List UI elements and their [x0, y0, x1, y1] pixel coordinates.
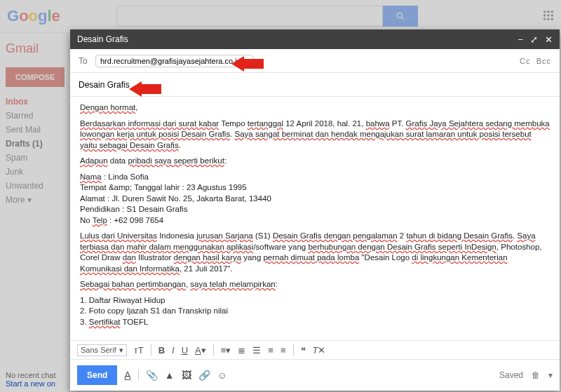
font-size-icon[interactable]: тT — [134, 345, 144, 356]
formatting-icon[interactable]: A — [124, 370, 130, 381]
annotation-arrow — [231, 56, 264, 72]
quote-icon[interactable]: ❝ — [301, 345, 306, 356]
underline-icon[interactable]: U — [182, 345, 188, 356]
bulleted-list-icon[interactable]: ☰ — [252, 345, 261, 356]
font-select[interactable]: Sans Serif ▾ — [77, 344, 127, 356]
bold-icon[interactable]: B — [158, 345, 165, 356]
annotation-arrow — [129, 81, 161, 97]
indent-more-icon[interactable]: ≡ — [280, 345, 286, 356]
compose-actions: Send A 📎 ▲ 🖼 🔗 ☺ Saved 🗑 ▾ — [70, 360, 560, 391]
align-icon[interactable]: ≡▾ — [221, 345, 231, 356]
format-toolbar: Sans Serif ▾ тT B I U A▾ ≡▾ ≣ ☰ ≡ ≡ ❝ T✕ — [70, 340, 560, 360]
send-button[interactable]: Send — [77, 365, 117, 385]
recipient-email: hrd.recruitmen@grafisjayasejahtera.co.id — [100, 57, 241, 65]
chevron-down-icon: ▾ — [119, 346, 123, 355]
discard-icon[interactable]: 🗑 — [532, 370, 540, 380]
numbered-list-icon[interactable]: ≣ — [238, 345, 245, 356]
compose-title: Desain Grafis — [77, 34, 128, 44]
compose-body[interactable]: Dengan hormat, Berdasarkan informasi dar… — [70, 97, 560, 340]
indent-less-icon[interactable]: ≡ — [268, 345, 273, 356]
drive-icon[interactable]: ▲ — [165, 370, 175, 381]
more-options-icon[interactable]: ▾ — [548, 370, 553, 380]
attach-icon[interactable]: 📎 — [146, 370, 158, 381]
expand-icon[interactable]: ⤢ — [530, 34, 538, 45]
italic-icon[interactable]: I — [172, 345, 175, 356]
to-label: To — [79, 56, 95, 66]
to-field[interactable]: To hrd.recruitmen@grafisjayasejahtera.co… — [70, 49, 560, 73]
minimize-icon[interactable]: − — [518, 34, 523, 45]
close-icon[interactable]: ✕ — [545, 34, 553, 45]
cc-link[interactable]: Cc — [520, 57, 530, 65]
compose-header[interactable]: Desain Grafis − ⤢ ✕ — [70, 29, 560, 49]
bcc-link[interactable]: Bcc — [536, 57, 551, 65]
link-icon[interactable]: 🔗 — [198, 370, 210, 381]
photo-icon[interactable]: 🖼 — [182, 370, 191, 381]
remove-format-icon[interactable]: T✕ — [313, 345, 326, 356]
emoji-icon[interactable]: ☺ — [217, 370, 227, 381]
recipient-chip[interactable]: hrd.recruitmen@grafisjayasejahtera.co.id… — [95, 55, 253, 67]
saved-label: Saved — [499, 370, 523, 380]
text-color-icon[interactable]: A▾ — [195, 345, 206, 356]
